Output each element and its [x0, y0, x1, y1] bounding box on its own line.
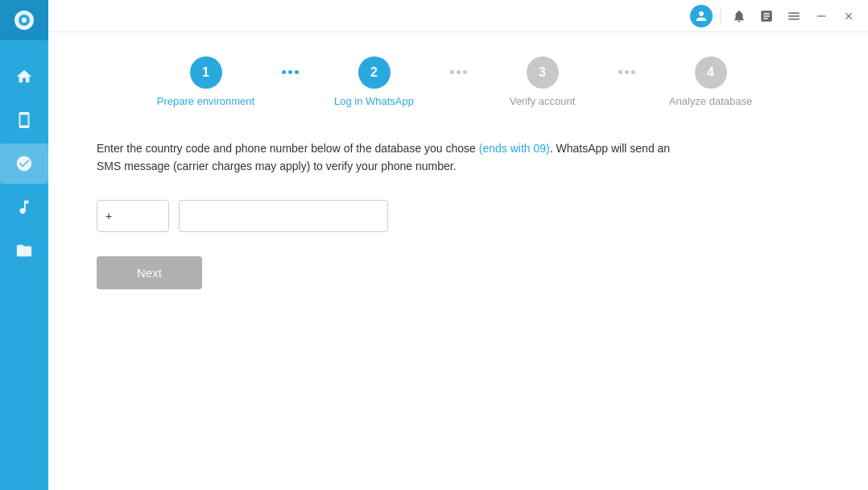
- content-area: 1 Prepare environment 2 Log in WhatsApp: [48, 32, 868, 490]
- steps-bar: 1 Prepare environment 2 Log in WhatsApp: [97, 32, 820, 123]
- step-3: 3 Verify account: [470, 56, 615, 107]
- step-1-number: 1: [202, 65, 209, 80]
- dot: [463, 70, 467, 74]
- phone-number-input[interactable]: [179, 200, 388, 232]
- avatar-button[interactable]: [690, 5, 713, 27]
- sidebar-item-music[interactable]: [0, 187, 48, 227]
- step-3-label: Verify account: [510, 95, 576, 107]
- backup-icon: [15, 155, 33, 172]
- dot: [450, 70, 454, 74]
- description-text: Enter the country code and phone number …: [97, 139, 676, 176]
- app-logo[interactable]: [0, 0, 48, 40]
- dot: [625, 70, 629, 74]
- step-3-circle: 3: [527, 56, 559, 89]
- dot: [457, 70, 461, 74]
- plus-prefix: +: [105, 210, 112, 222]
- step-4: 4 Analyze database: [639, 56, 783, 107]
- step-1-label: Prepare environment: [157, 95, 254, 107]
- dot: [295, 70, 299, 74]
- menu-button[interactable]: [784, 6, 804, 26]
- notes-icon: [759, 9, 774, 23]
- files-icon: [15, 242, 33, 260]
- step-4-number: 4: [707, 65, 714, 80]
- dots-2-3: [447, 70, 470, 74]
- description-main: Enter the country code and phone number …: [97, 142, 479, 155]
- dot: [631, 70, 635, 74]
- step-3-number: 3: [539, 65, 546, 80]
- minimize-button[interactable]: [812, 6, 831, 26]
- sidebar-item-home[interactable]: [0, 56, 48, 97]
- titlebar-actions: [690, 5, 858, 27]
- description-highlight: (ends with 09): [479, 142, 550, 155]
- step-2-number: 2: [370, 65, 378, 80]
- close-icon: [843, 10, 854, 22]
- phone-form: +: [97, 200, 820, 232]
- step-2: 2 Log in WhatsApp: [302, 56, 447, 107]
- device-icon: [15, 111, 33, 129]
- country-code-input[interactable]: [114, 210, 158, 222]
- sidebar-item-files[interactable]: [0, 230, 48, 271]
- step-2-circle: 2: [358, 56, 391, 89]
- step-1-circle: 1: [190, 56, 222, 89]
- step-4-circle: 4: [695, 56, 727, 89]
- bell-icon: [732, 9, 746, 23]
- sidebar-item-device[interactable]: [0, 100, 48, 140]
- sidebar-item-backup[interactable]: [0, 143, 48, 184]
- sidebar: [0, 0, 48, 490]
- country-code-wrapper: +: [97, 200, 169, 232]
- home-icon: [15, 68, 33, 85]
- main-area: 1 Prepare environment 2 Log in WhatsApp: [48, 0, 868, 490]
- step-4-label: Analyze database: [669, 95, 752, 107]
- sidebar-nav: [0, 56, 48, 271]
- music-icon: [15, 198, 33, 216]
- svg-rect-3: [817, 15, 826, 16]
- dot: [288, 70, 292, 74]
- menu-icon: [787, 9, 801, 23]
- bell-button[interactable]: [730, 6, 749, 26]
- dot: [282, 70, 286, 74]
- step-2-label: Log in WhatsApp: [334, 95, 414, 107]
- close-button[interactable]: [839, 6, 858, 26]
- dots-3-4: [615, 70, 639, 74]
- dots-1-2: [279, 70, 302, 74]
- dot: [618, 70, 622, 74]
- minimize-icon: [816, 10, 827, 22]
- avatar-icon: [694, 9, 709, 23]
- logo-icon: [13, 9, 35, 31]
- svg-point-2: [22, 18, 27, 23]
- titlebar: [48, 0, 868, 32]
- step-1: 1 Prepare environment: [134, 56, 279, 107]
- next-button[interactable]: Next: [97, 256, 202, 289]
- notes-button[interactable]: [757, 6, 776, 26]
- divider: [721, 8, 721, 24]
